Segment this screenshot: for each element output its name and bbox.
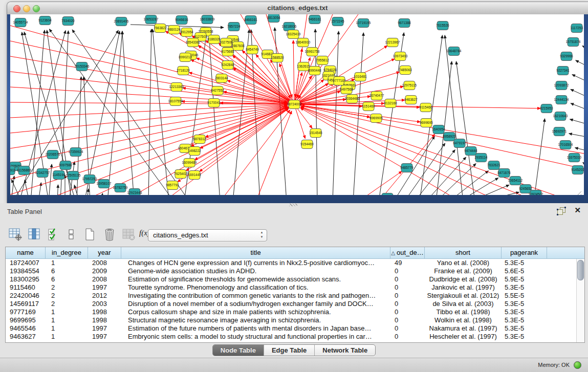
delete-column-button[interactable] <box>102 227 117 242</box>
table-row[interactable]: 969969511998Structural magnetic resonanc… <box>6 316 577 324</box>
table-row[interactable]: 946362711997Embryonic stem cells: a mode… <box>6 333 577 341</box>
cell-short: Franke et al. (2009) <box>425 267 502 275</box>
column-header-title[interactable]: title <box>121 247 390 259</box>
window-titlebar[interactable]: citations_edges.txt <box>7 2 588 15</box>
node-label: 16210643 <box>553 114 568 118</box>
black-edge <box>38 183 41 195</box>
cell-name: 9699695 <box>6 316 46 324</box>
column-chooser-button[interactable] <box>28 227 42 242</box>
table-row[interactable]: 1872400712008Changes of HCN gene express… <box>6 259 577 267</box>
column-header-name[interactable]: name <box>6 247 46 259</box>
citation-graph[interactable]: 1405571491236047534020208914061065328790… <box>10 14 584 195</box>
node-label: 16958107 <box>97 182 112 185</box>
cell-out-de-: 0 <box>390 333 425 341</box>
black-edge <box>576 60 584 67</box>
node-label: 9115460 <box>420 105 432 109</box>
node-label: 17359924 <box>69 150 83 154</box>
node-label: 14055714 <box>13 20 28 24</box>
node-label: 9860124 <box>167 28 181 31</box>
node-label: 9777169 <box>333 79 346 82</box>
node-label: 9154469 <box>300 142 314 146</box>
float-panel-button[interactable] <box>557 207 565 215</box>
zoom-window-button[interactable] <box>33 5 40 12</box>
node-label: 9466161 <box>308 17 321 21</box>
close-panel-button[interactable]: ✕ <box>574 206 581 215</box>
screen: { "window": { "title": "citations_edges.… <box>0 0 588 372</box>
column-header-pagerank[interactable]: pagerank <box>502 247 547 259</box>
cell-short: Yano et al. (2008) <box>425 259 502 267</box>
node-label: 18325419 <box>286 32 301 36</box>
cell-pagerank: 5.3E-5 <box>502 333 547 341</box>
table-panel: Table Panel ✕ <box>0 203 588 372</box>
node-label: 18640910 <box>296 40 311 44</box>
node-label: 19218936 <box>282 25 297 28</box>
node-label: 8912954 <box>180 30 193 34</box>
black-edge <box>569 134 584 137</box>
node-label: 8454749 <box>246 48 259 51</box>
cell-short: de Silva et al. (2003) <box>425 300 502 308</box>
scrollbar-thumb[interactable] <box>577 260 584 280</box>
node-label: 20364486 <box>345 97 360 100</box>
vertical-scrollbar[interactable] <box>576 259 584 342</box>
canvas-resize-grip[interactable] <box>572 191 581 195</box>
black-edge <box>153 29 169 195</box>
tab-edge-table[interactable]: Edge Table <box>264 345 314 356</box>
tab-network-table[interactable]: Network Table <box>314 345 375 356</box>
minimize-window-button[interactable] <box>23 5 30 12</box>
network-selector[interactable]: citations_edges.txt ▲▼ <box>148 229 267 242</box>
table-settings-button[interactable] <box>8 227 23 242</box>
create-column-button[interactable] <box>83 227 97 242</box>
cell-title: Corpus callosum shape and size in male p… <box>121 308 390 316</box>
node-label: 9123604 <box>38 18 52 22</box>
node-table: namein_degreeyeartitle△out_de…shortpager… <box>5 247 585 343</box>
panel-splitter-grip[interactable] <box>289 204 297 206</box>
column-header-short[interactable]: short <box>425 247 502 259</box>
node-label: 7485063 <box>399 68 412 72</box>
black-edge <box>571 103 584 110</box>
table-row[interactable]: 1938455462009Genome-wide association stu… <box>6 267 577 275</box>
cell-short: Nakamura et al. (1997) <box>425 324 502 333</box>
table-row[interactable]: 1830029562008Estimation of significance … <box>6 275 577 283</box>
node-label: 3915911 <box>10 168 16 172</box>
cell-name: 14569117 <box>6 300 46 308</box>
node-label: 10719195 <box>356 21 371 25</box>
graph-node[interactable] <box>382 193 393 195</box>
node-label: 2718120 <box>177 69 190 72</box>
delete-table-button[interactable] <box>122 227 136 242</box>
trash-icon <box>102 227 117 242</box>
node-label: 9097588 <box>59 163 72 167</box>
cell-in-degree: 6 <box>46 267 88 275</box>
tab-node-table[interactable]: Node Table <box>213 345 264 356</box>
node-label: 8958923 <box>443 135 456 138</box>
column-header-in-degree[interactable]: in_degree <box>46 247 88 259</box>
toggle-rows-button[interactable] <box>64 227 79 242</box>
float-icon-dot <box>564 207 566 208</box>
node-label: 1514545 <box>309 131 322 135</box>
table-row[interactable]: 911546021997Tourette syndrome. Phenomeno… <box>6 283 577 292</box>
close-window-button[interactable] <box>13 5 20 12</box>
node-label: 20891406 <box>114 19 129 23</box>
black-edge <box>415 150 455 195</box>
table-header: namein_degreeyeartitle△out_de…shortpager… <box>6 247 584 259</box>
checkbox-list-button[interactable] <box>47 227 61 242</box>
cell-in-degree: 1 <box>46 316 88 324</box>
node-label: 12505135 <box>66 173 81 177</box>
table-row[interactable]: 1456911722003Disruption of a novel membe… <box>6 300 577 308</box>
table-row[interactable]: 977716911998Corpus callosum shape and si… <box>6 308 577 316</box>
node-label: 1016481 <box>354 75 367 78</box>
node-label: 1151460 <box>362 104 375 108</box>
red-edge <box>301 107 537 195</box>
node-label: 8427552 <box>211 89 224 92</box>
cell-out-de-: 0 <box>390 283 425 292</box>
cell-short: Jankovic et al. (1997) <box>425 283 502 292</box>
table-row[interactable]: 946554611997Estimation of the future num… <box>6 324 577 333</box>
window-title: citations_edges.txt <box>7 2 588 14</box>
node-label: 6479197 <box>453 141 466 145</box>
node-label: 18107554 <box>168 99 183 103</box>
table-row[interactable]: 2242004622012Investigating the contribut… <box>6 292 577 300</box>
column-header-out-de-[interactable]: △out_de… <box>390 247 425 259</box>
black-edge <box>394 136 434 195</box>
cell-name: 22420046 <box>6 292 46 300</box>
column-header-year[interactable]: year <box>88 247 121 259</box>
network-canvas[interactable]: 1405571491236047534020208914061065328790… <box>10 14 584 195</box>
